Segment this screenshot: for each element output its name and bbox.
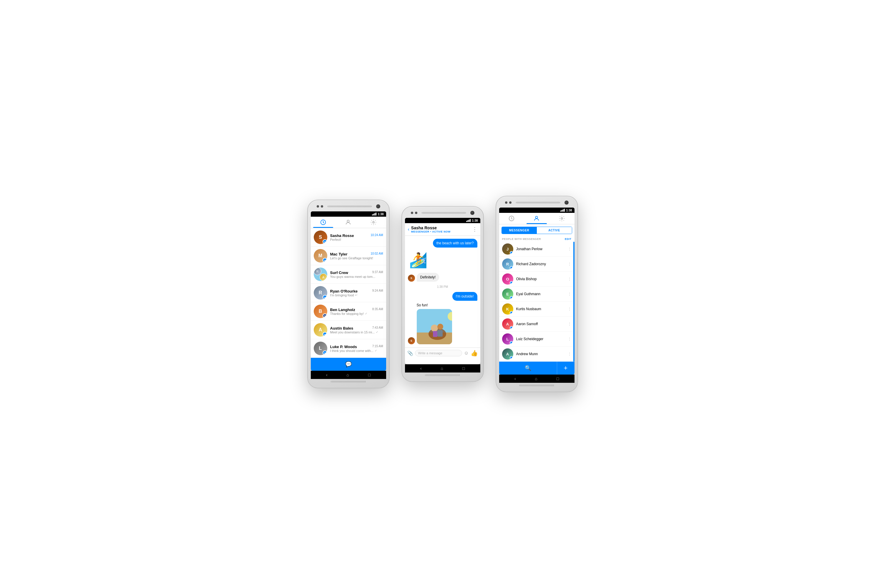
name-aaron: Aaron Sarnoff: [516, 322, 564, 326]
avatar-surf-crew: R A: [314, 267, 327, 281]
signal-icon-3: [560, 209, 565, 212]
tab-people-1[interactable]: [336, 219, 361, 228]
back-button-3[interactable]: ‹: [515, 376, 516, 381]
more-icon-andrew[interactable]: ⋮: [567, 352, 572, 356]
back-button-1[interactable]: ‹: [326, 372, 328, 377]
svg-point-2: [373, 221, 374, 223]
phone-screen-1: 1:38: [311, 212, 386, 371]
tab-settings-1[interactable]: [361, 219, 386, 228]
chat-messages: the beach with us later? 🏄 S Definitely!: [405, 236, 480, 348]
emoji-icon[interactable]: ☺: [464, 351, 468, 356]
search-button[interactable]: 🔍: [499, 362, 557, 375]
svg-point-13: [561, 218, 563, 219]
home-button-2[interactable]: ⌂: [441, 366, 443, 371]
tab-people-3[interactable]: [524, 215, 549, 224]
more-icon-eyal[interactable]: ⋮: [567, 292, 572, 296]
badge-messenger: m: [322, 258, 327, 262]
more-icon-jonathan[interactable]: ⋮: [567, 247, 572, 251]
badge-messenger: m: [322, 332, 327, 337]
tab-settings-3[interactable]: [549, 215, 574, 224]
screen-content-3: MESSENGER ACTIVE PEOPLE WITH MESSENGER E…: [499, 213, 575, 375]
phone-nav-2: ‹ ⌂ □: [405, 364, 480, 372]
search-icon: 🔍: [525, 365, 531, 371]
sticker-area: 🏄: [408, 250, 477, 270]
avatar-mac: M m: [314, 249, 327, 262]
msg-so-fun: S So fun!: [408, 303, 477, 344]
conv-item-luke[interactable]: L m Luke P. Woods 7:15 AM I think y: [311, 339, 386, 358]
conv-item-mac[interactable]: M m Mac Tyler 10:02 AM Let's go see Gira…: [311, 247, 386, 265]
conv-item-ben[interactable]: B f Ben Langholz 8:35 AM Thanks for: [311, 302, 386, 321]
tab-recent-3[interactable]: [499, 215, 524, 224]
status-bar-3: 1:38: [499, 208, 575, 213]
people-item-luiz[interactable]: L Luiz Scheidegger ⋮: [499, 332, 575, 346]
more-icon-kurtis[interactable]: ⋮: [567, 307, 572, 311]
chat-header-info: Sasha Rosse MESSENGER • ACTIVE NOW: [411, 225, 470, 233]
back-button-chat[interactable]: ‹: [408, 226, 409, 232]
conv-item-austin[interactable]: A m Austin Bales 7:43 AM Meet you d: [311, 321, 386, 339]
avatar-kurtis: K: [502, 303, 513, 315]
conv-info-sasha: Sasha Rosse 10:24 AM Perfect!: [330, 233, 383, 242]
conv-name-mac: Mac Tyler: [330, 252, 348, 256]
toggle-messenger[interactable]: MESSENGER: [502, 227, 537, 234]
tab-recent-1[interactable]: [311, 219, 336, 228]
avatar-aaron: A: [502, 318, 513, 330]
more-icon-aaron[interactable]: ⋮: [567, 322, 572, 326]
svg-point-7: [431, 325, 438, 332]
conv-name-ryan: Ryan O'Rourke: [330, 289, 358, 293]
phone-speaker-bottom-2: [425, 374, 460, 376]
messenger-badge-richard: [510, 266, 513, 270]
more-icon-olivia[interactable]: ⋮: [567, 277, 572, 281]
toggle-active[interactable]: ACTIVE: [537, 227, 572, 234]
more-icon-luiz[interactable]: ⋮: [567, 337, 572, 341]
avatar-andrew: A: [502, 348, 513, 360]
phone-bottom-3: [499, 383, 575, 387]
phone-1: 1:38: [307, 200, 390, 388]
phone-dot: [317, 205, 319, 208]
people-item-kurtis[interactable]: K Kurtis Nusbaum ⋮: [499, 302, 575, 316]
phone-top-3: [499, 201, 575, 208]
message-input[interactable]: Write a message: [415, 350, 462, 356]
reply-icon: ↩: [355, 293, 357, 297]
conv-item-surf-crew[interactable]: R A Surf Crew 9:37 AM You guys wanna mee…: [311, 265, 386, 284]
conv-item-sasha[interactable]: S m Sasha Rosse 10:24 AM Perfect!: [311, 228, 386, 247]
sticker-surfer: 🏄: [408, 250, 429, 270]
people-section-header: PEOPLE WITH MESSENGER EDIT: [499, 236, 575, 242]
add-person-button[interactable]: +: [557, 362, 575, 375]
home-button-1[interactable]: ⌂: [346, 372, 349, 377]
people-item-aaron[interactable]: A Aaron Sarnoff ⋮: [499, 316, 575, 332]
people-item-jonathan[interactable]: J Jonathan Perlow ⋮: [499, 242, 575, 256]
chat-more-button[interactable]: ⋮: [472, 226, 477, 232]
avatar-ryan: R m: [314, 286, 327, 300]
like-button[interactable]: 👍: [471, 350, 478, 357]
people-item-richard[interactable]: R Richard Zadorozny ⋮: [499, 256, 575, 272]
svg-point-1: [347, 220, 349, 222]
conv-preview-mac: Let's go see Giraffage tonight!: [330, 256, 383, 260]
conv-name-surf: Surf Crew: [330, 270, 348, 275]
attachment-icon[interactable]: 📎: [407, 351, 413, 356]
chat-contact-name: Sasha Rosse: [411, 225, 470, 230]
nav-tabs-3: [499, 213, 575, 224]
menu-button-3[interactable]: □: [557, 376, 559, 381]
conv-name-sasha: Sasha Rosse: [330, 233, 354, 238]
conv-item-ryan[interactable]: R m Ryan O'Rourke 9:24 AM I'm bring: [311, 284, 386, 302]
conv-info-surf: Surf Crew 9:37 AM You guys wanna meet up…: [330, 270, 383, 278]
conv-time-austin: 7:43 AM: [372, 326, 383, 330]
menu-button-1[interactable]: □: [368, 372, 370, 377]
back-button-2[interactable]: ‹: [420, 366, 422, 371]
conv-time-surf: 9:37 AM: [372, 270, 383, 275]
svg-point-8: [437, 324, 443, 330]
conv-info-ben: Ben Langholz 8:35 AM Thanks for stopping…: [330, 308, 383, 315]
people-item-andrew[interactable]: A Andrew Munn ⋮: [499, 346, 575, 362]
menu-button-2[interactable]: □: [462, 366, 465, 371]
check-icon: ✓: [365, 312, 367, 315]
badge-messenger: m: [322, 351, 327, 355]
edit-button[interactable]: EDIT: [565, 237, 572, 240]
status-bar-2: 1:38: [405, 218, 480, 223]
avatar-chat-small: S: [408, 274, 415, 282]
home-button-3[interactable]: ⌂: [535, 376, 537, 381]
more-icon-richard[interactable]: ⋮: [567, 262, 572, 266]
phone-bottom-2: [405, 372, 480, 377]
avatar-luke: L m: [314, 342, 327, 355]
people-item-olivia[interactable]: O Olivia Bishop ⋮: [499, 272, 575, 286]
people-item-eyal[interactable]: E Eyal Guthmann ⋮: [499, 286, 575, 302]
